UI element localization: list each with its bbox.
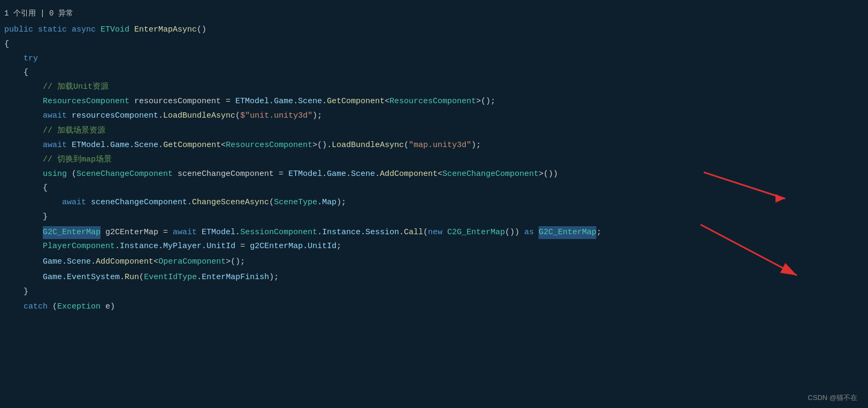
token: SceneType (274, 196, 317, 210)
token: catch (24, 301, 52, 314)
token: . (129, 139, 134, 152)
token: ETModel (235, 95, 269, 109)
token: using (43, 168, 72, 181)
token: sceneChangeComponent = (173, 168, 288, 181)
token: PlayerComponent (43, 240, 115, 253)
token: LoadBundleAsync (332, 139, 404, 152)
token: ( (423, 226, 428, 240)
token: static (38, 24, 72, 37)
token: async (72, 24, 101, 37)
code-line: try (0, 52, 868, 66)
token: . (303, 240, 308, 253)
token: . (115, 240, 120, 253)
token: Exception (57, 301, 101, 314)
token: Instance (322, 226, 360, 240)
token: Game (43, 271, 62, 284)
token: () (197, 24, 206, 37)
token: < (153, 256, 158, 269)
token: ( (269, 196, 274, 210)
token: Instance (120, 240, 158, 253)
token: ); (336, 196, 346, 210)
token: C2G_EnterMap (447, 226, 505, 240)
token: await (43, 139, 72, 152)
token: Scene (67, 256, 91, 269)
token: // 加载Unit资源 (43, 81, 109, 94)
token: Scene (134, 139, 158, 152)
token: . (105, 139, 110, 152)
token: ETModel (72, 139, 105, 152)
header-bar: 1 个引用 | 0 异常 (0, 4, 868, 23)
code-line: G2C_EnterMap g2CEnterMap = await ETModel… (0, 226, 868, 240)
token: . (375, 168, 380, 181)
token: { (24, 66, 28, 80)
token: ETModel (288, 168, 322, 181)
token: ( (52, 301, 57, 314)
token: "map.unity3d" (409, 139, 471, 152)
code-line: // 加载场景资源 (0, 124, 868, 138)
token: ; (490, 95, 495, 109)
token: AddComponent (380, 168, 437, 181)
sep: | (36, 7, 49, 20)
code-line: { (0, 37, 868, 52)
token: // 切换到map场景 (43, 153, 112, 167)
token: . (158, 139, 163, 152)
code-line: // 加载Unit资源 (0, 80, 868, 95)
token: . (322, 168, 327, 181)
token: . (317, 196, 322, 210)
token: . (346, 168, 351, 181)
token: OperaComponent (158, 256, 226, 269)
token: } (43, 211, 48, 224)
token: { (4, 38, 9, 51)
token: await (173, 226, 202, 240)
token: AddComponent (96, 256, 153, 269)
token: ResourcesComponent (43, 95, 129, 109)
token: public (4, 24, 38, 37)
watermark: CSDN @猫不在 (808, 393, 857, 403)
token: await (43, 110, 72, 123)
token: ); (312, 110, 322, 123)
token: { (43, 182, 48, 195)
token: $"unit.unity3d" (240, 110, 312, 123)
token: = (235, 240, 250, 253)
token: . (158, 110, 163, 123)
token: G2C_EnterMap (43, 226, 101, 240)
code-line: Game.EventSystem.Run(EventIdType.EnterMa… (0, 271, 868, 285)
token: . (187, 196, 192, 210)
token: . (317, 226, 322, 240)
code-line: Game.Scene.AddComponent<OperaComponent>(… (0, 255, 868, 270)
token: ); (269, 271, 279, 284)
token: . (327, 139, 332, 152)
code-line: using (SceneChangeComponent sceneChangeC… (0, 167, 868, 182)
token: new (428, 226, 447, 240)
token: g2CEnterMap (250, 240, 303, 253)
token: . (235, 226, 240, 240)
token: g2CEnterMap = (101, 226, 173, 240)
token: Run (125, 271, 139, 284)
token: SessionComponent (240, 226, 317, 240)
token: . (62, 256, 67, 269)
token: . (293, 95, 298, 109)
token: ()) (505, 226, 524, 240)
code-line: } (0, 210, 868, 225)
token: ETModel (202, 226, 235, 240)
token: ResourcesComponent (389, 95, 476, 109)
token: . (269, 95, 274, 109)
token: . (120, 271, 125, 284)
code-line: public static async ETVoid EnterMapAsync… (0, 23, 868, 37)
token: < (385, 95, 389, 109)
token: . (202, 240, 206, 253)
token: resourcesComponent = (129, 95, 235, 109)
token: . (158, 240, 163, 253)
token: Map (322, 196, 336, 210)
token: ( (404, 139, 409, 152)
token: < (437, 168, 442, 181)
code-line: catch (Exception e) (0, 300, 868, 314)
token: Game (110, 139, 129, 152)
token: ( (139, 271, 144, 284)
token: as (524, 226, 539, 240)
token: ChangeSceneAsync (192, 196, 269, 210)
token: UnitId (206, 240, 235, 253)
token: ); (471, 139, 481, 152)
token: ; (596, 226, 601, 240)
token: } (24, 286, 28, 299)
